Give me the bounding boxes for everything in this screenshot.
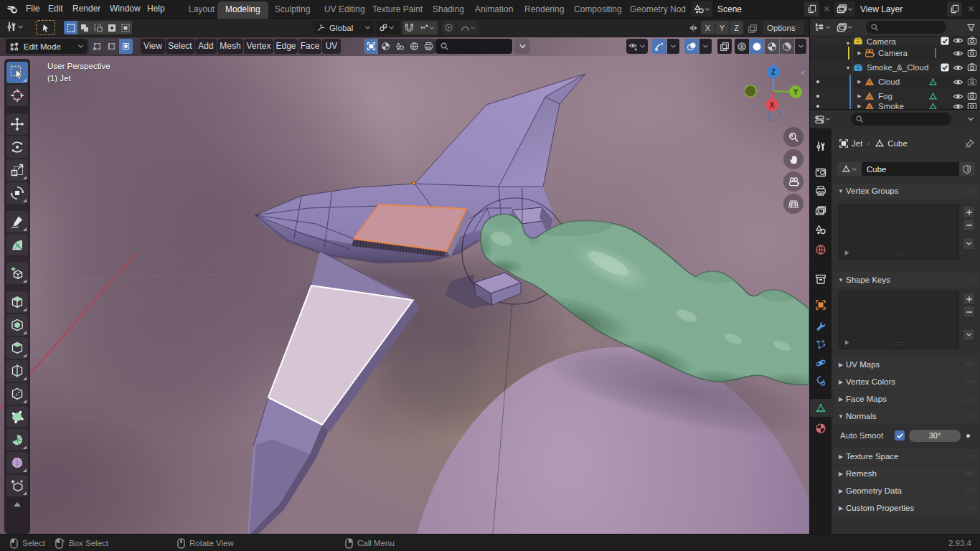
pan-hand-button[interactable] xyxy=(783,149,804,169)
render-visibility-icon[interactable] xyxy=(967,48,977,58)
disclosure-closed-icon[interactable]: ▶ xyxy=(836,488,846,494)
disclosure-closed-icon[interactable]: ▶ xyxy=(854,93,864,99)
tab-output[interactable] xyxy=(810,182,831,199)
panel-shape-keys[interactable]: ▼Shape Keys∷∷ xyxy=(833,272,979,288)
tab-particles[interactable] xyxy=(810,335,831,353)
tool-smooth[interactable] xyxy=(6,452,28,474)
snapping-dropdown[interactable] xyxy=(377,21,400,34)
tool-loop-cut[interactable] xyxy=(6,360,28,382)
hide-eye-icon[interactable] xyxy=(953,48,963,59)
vertex-select-mode-button[interactable] xyxy=(90,39,104,54)
3d-viewport[interactable]: Edit Mode View Select Add Mesh Vertex Ed… xyxy=(0,19,809,534)
panel-grip-icon[interactable]: ∷∷ xyxy=(966,413,975,420)
tool-edge-slide[interactable] xyxy=(6,475,28,496)
panel-grip-icon[interactable]: ∷∷ xyxy=(966,471,975,477)
tool-scale[interactable] xyxy=(6,159,28,181)
properties-options-button[interactable] xyxy=(967,116,974,123)
navigation-gizmo[interactable]: Z Y X xyxy=(745,62,805,126)
menu-mesh[interactable]: Mesh xyxy=(217,39,243,54)
fake-user-shield-button[interactable] xyxy=(959,162,975,176)
animate-dot[interactable] xyxy=(966,434,970,438)
snap-magnet-toggle[interactable] xyxy=(402,21,416,34)
list-expand-icon[interactable] xyxy=(844,339,850,346)
search-expand-button[interactable] xyxy=(514,39,530,54)
tool-bevel[interactable] xyxy=(6,337,28,359)
tool-cursor[interactable] xyxy=(6,85,28,106)
snap-volume-button[interactable] xyxy=(393,39,407,54)
proportional-edit-toggle[interactable] xyxy=(442,21,456,34)
tool-knife[interactable] xyxy=(6,383,28,405)
hide-eye-icon[interactable] xyxy=(953,91,963,102)
tab-modifiers[interactable] xyxy=(810,317,831,335)
disclosure-open-icon[interactable]: ▼ xyxy=(836,188,846,194)
properties-editor-type-button[interactable] xyxy=(814,114,831,125)
mirror-z-button[interactable]: Z xyxy=(730,21,743,34)
menu-face[interactable]: Face xyxy=(298,39,321,54)
tab-material[interactable] xyxy=(810,419,831,437)
overlays-dropdown[interactable] xyxy=(699,39,712,54)
disclosure-closed-icon[interactable]: ▶ xyxy=(854,103,864,109)
tool-move[interactable] xyxy=(6,113,28,135)
tab-layout[interactable]: Layout xyxy=(181,1,222,19)
tool-inset-faces[interactable] xyxy=(6,314,28,336)
disclosure-open-icon[interactable]: ▼ xyxy=(836,413,846,420)
panel-custom-properties[interactable]: ▶Custom Properties∷∷ xyxy=(833,500,979,516)
visibility-dropdown[interactable] xyxy=(626,39,648,54)
menu-edge[interactable]: Edge xyxy=(274,39,298,54)
render-visibility-icon[interactable] xyxy=(967,103,977,109)
rendered-shading-button[interactable] xyxy=(780,39,794,54)
checkbox-icon[interactable] xyxy=(941,63,949,72)
tab-view-layer[interactable] xyxy=(810,202,831,220)
stamp-button[interactable] xyxy=(422,39,435,54)
mesh-data-dropdown[interactable] xyxy=(837,162,862,176)
select-mode-set-button[interactable] xyxy=(64,21,77,34)
tool-spin[interactable] xyxy=(6,429,28,451)
vertex-group-remove-button[interactable] xyxy=(963,219,975,231)
render-visibility-icon[interactable] xyxy=(967,91,977,101)
tab-scene[interactable] xyxy=(810,220,831,238)
vertex-groups-list[interactable]: ∷∷ xyxy=(839,204,959,260)
panel-grip-icon[interactable]: ∷∷ xyxy=(966,396,975,402)
disclosure-open-icon[interactable]: ▼ xyxy=(843,65,853,70)
tab-object[interactable] xyxy=(810,296,831,314)
snap-target-dropdown[interactable] xyxy=(416,21,438,34)
mirror-y-button[interactable]: Y xyxy=(715,21,729,34)
tab-collection[interactable] xyxy=(810,270,831,288)
snap-face-nearest-icon[interactable] xyxy=(746,22,758,34)
scene-copy-button[interactable] xyxy=(804,1,819,17)
menu-window[interactable]: Window xyxy=(110,0,141,18)
panel-texture-space[interactable]: ▶Texture Space∷∷ xyxy=(833,448,979,464)
outliner-display-mode-button[interactable] xyxy=(837,22,853,33)
auto-smooth-angle-field[interactable]: 30° xyxy=(909,430,961,442)
disclosure-closed-icon[interactable]: ▶ xyxy=(854,50,864,56)
list-expand-icon[interactable] xyxy=(844,250,850,256)
disclosure-open-icon[interactable]: ▼ xyxy=(836,277,846,283)
scene-icon[interactable] xyxy=(692,4,712,14)
menu-uv[interactable]: UV xyxy=(322,39,341,54)
select-mode-invert-button[interactable] xyxy=(105,21,118,34)
menu-add[interactable]: Add xyxy=(195,39,217,54)
view-layer-unlink-button[interactable] xyxy=(964,1,977,17)
camera-view-button[interactable] xyxy=(783,171,804,192)
menu-file[interactable]: File xyxy=(26,0,39,18)
panel-face-maps[interactable]: ▶Face Maps∷∷ xyxy=(833,391,979,407)
checkbox-icon[interactable] xyxy=(941,37,949,45)
tab-constraints[interactable] xyxy=(810,372,831,390)
menu-select[interactable]: Select xyxy=(166,39,194,54)
hide-eye-icon[interactable] xyxy=(953,62,963,73)
tab-render[interactable] xyxy=(810,163,831,181)
material-preview-button[interactable] xyxy=(765,39,779,54)
shape-key-specials-button[interactable] xyxy=(963,329,975,341)
outliner-row-camera-collection[interactable]: ▼ Camera xyxy=(810,37,980,46)
panel-uv-maps[interactable]: ▶UV Maps∷∷ xyxy=(833,357,979,372)
disclosure-closed-icon[interactable]: ▶ xyxy=(836,396,846,402)
menu-view[interactable]: View xyxy=(141,39,165,54)
panel-grip-icon[interactable]: ∷∷ xyxy=(966,488,975,494)
shape-key-add-button[interactable] xyxy=(963,293,975,305)
panel-remesh[interactable]: ▶Remesh∷∷ xyxy=(833,466,979,481)
tab-tool[interactable] xyxy=(810,137,831,155)
shape-keys-list[interactable]: ∷∷ xyxy=(839,291,959,349)
gizmo-dropdown[interactable] xyxy=(667,39,679,54)
outliner-row-smoke[interactable]: ▶ Smoke xyxy=(810,103,980,109)
menu-edit[interactable]: Edit xyxy=(48,0,63,18)
